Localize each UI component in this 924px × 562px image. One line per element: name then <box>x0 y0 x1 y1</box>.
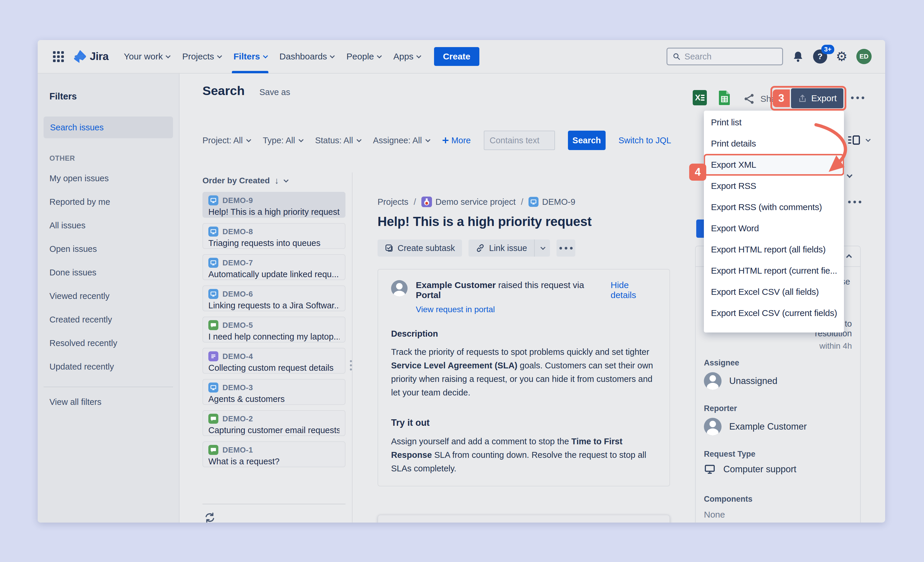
nav-item-filters[interactable]: Filters <box>227 40 273 73</box>
filter-type[interactable]: Type: All <box>263 136 302 145</box>
sidebar-item-resolved-recently[interactable]: Resolved recently <box>44 331 173 355</box>
menu-item-export-html-current[interactable]: Export HTML report (current fie... <box>704 260 844 281</box>
export-excel-icon[interactable]: X <box>693 90 707 105</box>
view-request-in-portal-link[interactable]: View request in portal <box>416 305 657 314</box>
detail-view-icon <box>848 135 861 145</box>
sidebar-item-my-open-issues[interactable]: My open issues <box>44 166 173 190</box>
issue-card[interactable]: DEMO-1 What is a request? <box>202 441 345 467</box>
chat-request-icon <box>208 414 218 424</box>
collapse-panel-chevron[interactable] <box>846 254 852 260</box>
document-request-icon <box>208 351 218 361</box>
panel-resize-handle[interactable] <box>350 360 352 370</box>
jira-logo[interactable]: Jira <box>74 50 109 63</box>
search-button[interactable]: Search <box>568 130 606 150</box>
sidebar-item-all-issues[interactable]: All issues <box>44 214 173 237</box>
sidebar-item-view-all-filters[interactable]: View all filters <box>44 390 173 414</box>
reporter-field[interactable]: Example Customer <box>704 418 852 436</box>
menu-item-export-rss-comments[interactable]: Export RSS (with comments) <box>704 196 844 218</box>
filter-assignee[interactable]: Assignee: All <box>373 136 429 145</box>
create-button[interactable]: Create <box>434 47 479 66</box>
filter-project[interactable]: Project: All <box>202 136 250 145</box>
order-by-control[interactable]: Order by Created ↓ <box>200 175 351 187</box>
export-button[interactable]: Export <box>791 88 843 108</box>
more-actions-icon[interactable] <box>851 96 864 99</box>
menu-item-export-xml[interactable]: Export XML <box>704 154 844 175</box>
chat-request-icon <box>208 445 218 455</box>
chevron-down-icon <box>298 137 303 142</box>
computer-support-icon <box>704 463 716 475</box>
nav-item-apps[interactable]: Apps <box>387 40 426 73</box>
nav-item-projects[interactable]: Projects <box>176 40 227 73</box>
issue-card[interactable]: DEMO-6 Linking requests to a Jira Softwa… <box>202 285 345 311</box>
sidebar-item-open-issues[interactable]: Open issues <box>44 237 173 261</box>
user-avatar[interactable]: ED <box>856 49 872 64</box>
nav-item-your-work[interactable]: Your work <box>117 40 176 73</box>
request-type-field[interactable]: Computer support <box>704 463 852 475</box>
sidebar-item-done-issues[interactable]: Done issues <box>44 261 173 284</box>
breadcrumb-project[interactable]: Demo service project <box>422 196 516 207</box>
menu-item-export-rss[interactable]: Export RSS <box>704 175 844 196</box>
sidebar-item-viewed-recently[interactable]: Viewed recently <box>44 284 173 308</box>
chat-request-icon <box>208 320 218 330</box>
chevron-down-icon <box>416 53 422 58</box>
chevron-down-icon <box>263 53 268 58</box>
sidebar-item-updated-recently[interactable]: Updated recently <box>44 355 173 378</box>
issue-card[interactable]: DEMO-2 Capturing customer email requests <box>202 410 345 436</box>
switch-to-jql-link[interactable]: Switch to JQL <box>618 136 671 145</box>
save-as-button[interactable]: Save as <box>259 87 290 97</box>
create-subtask-button[interactable]: Create subtask <box>378 240 462 256</box>
filters-sidebar: Filters Search issues OTHER My open issu… <box>38 73 180 523</box>
assignee-avatar <box>704 372 722 390</box>
notifications-bell-icon[interactable] <box>792 50 804 63</box>
assignee-field[interactable]: Unassigned <box>704 372 852 390</box>
sidebar-item-reported-by-me[interactable]: Reported by me <box>44 190 173 214</box>
issue-card[interactable]: DEMO-3 Agents & customers <box>202 379 345 405</box>
project-avatar-icon <box>422 196 432 207</box>
issue-card[interactable]: DEMO-8 Triaging requests into queues <box>202 223 345 249</box>
breadcrumb-issue-key[interactable]: DEMO-9 <box>528 197 575 207</box>
issue-card[interactable]: DEMO-4 Collecting custom request details <box>202 348 345 374</box>
issue-more-actions-button[interactable] <box>556 240 575 256</box>
breadcrumb-projects[interactable]: Projects <box>378 197 408 207</box>
hide-details-link[interactable]: Hide details <box>610 280 657 300</box>
link-issue-button[interactable]: Link issue <box>468 240 534 256</box>
chevron-down-icon <box>425 137 430 142</box>
refresh-icon[interactable] <box>204 512 215 523</box>
filter-status[interactable]: Status: All <box>315 136 360 145</box>
issue-title: Help! This is a high priority request <box>378 214 670 229</box>
menu-item-export-word[interactable]: Export Word <box>704 218 844 239</box>
nav-item-people[interactable]: People <box>340 40 387 73</box>
request-details-card: Example Customer raised this request via… <box>378 269 670 486</box>
annotation-step-4-badge: 4 <box>689 163 706 181</box>
more-filters-button[interactable]: More <box>442 136 471 145</box>
filter-bar: Project: All Type: All Status: All Assig… <box>202 130 671 151</box>
global-search-input[interactable] <box>684 52 777 61</box>
issue-card[interactable]: DEMO-7 Automatically update linked requ.… <box>202 254 345 280</box>
menu-item-export-csv-current[interactable]: Export Excel CSV (current fields) <box>704 303 844 324</box>
detail-more-actions-icon[interactable] <box>848 201 861 203</box>
app-switcher-icon[interactable] <box>53 51 64 62</box>
menu-item-export-csv-all[interactable]: Export Excel CSV (all fields) <box>704 281 844 303</box>
menu-item-print-list[interactable]: Print list <box>704 112 844 133</box>
global-search-box[interactable] <box>666 48 783 65</box>
issue-card[interactable]: DEMO-5 I need help connecting my laptop.… <box>202 316 345 343</box>
menu-item-print-details[interactable]: Print details <box>704 133 844 154</box>
view-settings-control[interactable] <box>848 135 869 145</box>
chevron-down-icon <box>166 53 171 58</box>
next-issue-chevron[interactable] <box>847 172 852 178</box>
chevron-down-icon <box>376 53 382 58</box>
computer-request-icon <box>208 258 218 268</box>
contains-text-input[interactable] <box>484 130 555 150</box>
sidebar-item-created-recently[interactable]: Created recently <box>44 308 173 331</box>
issue-card[interactable]: DEMO-9 Help! This is a high priority req… <box>202 192 345 218</box>
nav-item-dashboards[interactable]: Dashboards <box>273 40 340 73</box>
spreadsheet-lines-icon <box>701 95 705 100</box>
menu-item-export-html-all[interactable]: Export HTML report (all fields) <box>704 239 844 260</box>
ellipsis-icon <box>560 247 573 250</box>
customer-avatar <box>391 280 408 297</box>
sidebar-item-search-issues[interactable]: Search issues <box>44 117 173 138</box>
issue-detail-panel: Projects / Demo service project / DEMO-9… <box>378 196 670 523</box>
google-sheets-icon[interactable] <box>718 90 731 105</box>
gear-icon[interactable]: ⚙ <box>836 50 848 63</box>
link-issue-dropdown-chevron[interactable] <box>534 240 550 256</box>
